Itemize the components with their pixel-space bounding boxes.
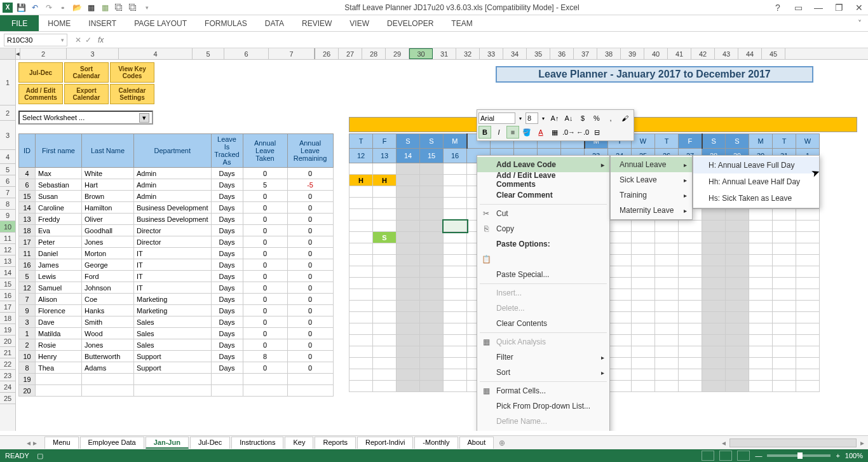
day-cell[interactable] [702, 266, 726, 278]
view-key-codes-button[interactable]: View Key Codes [110, 62, 154, 83]
day-cell[interactable] [349, 346, 373, 358]
day-cell[interactable] [773, 266, 796, 278]
day-cell[interactable] [726, 209, 749, 221]
borders-icon[interactable]: ▦ [548, 126, 561, 139]
day-cell[interactable] [608, 266, 632, 278]
size-dropdown-icon[interactable]: ▾ [539, 112, 547, 125]
day-cell[interactable] [397, 266, 420, 278]
col-header[interactable]: 30 [409, 48, 433, 59]
day-cell[interactable] [608, 278, 632, 289]
col-header[interactable]: 45 [762, 48, 785, 59]
day-cell[interactable] [444, 346, 467, 358]
macro-record-icon[interactable]: ▢ [37, 452, 43, 460]
row-header[interactable]: 16 [0, 290, 15, 301]
day-cell[interactable] [397, 369, 420, 381]
day-cell[interactable] [397, 381, 420, 392]
day-cell[interactable] [773, 255, 796, 266]
tab-data[interactable]: DATA [256, 15, 293, 31]
day-cell[interactable] [632, 369, 655, 381]
sheet-tab[interactable]: Jul-Dec [190, 437, 230, 449]
day-cell[interactable] [444, 301, 467, 312]
day-cell[interactable] [444, 232, 467, 243]
row-header[interactable]: 25 [0, 393, 15, 404]
font-size-input[interactable] [526, 112, 538, 124]
day-cell[interactable] [773, 301, 796, 312]
row-header[interactable]: 14 [0, 267, 15, 278]
decrease-font-icon[interactable]: A↓ [562, 112, 575, 125]
day-cell[interactable] [632, 323, 655, 335]
day-cell[interactable] [702, 335, 726, 346]
calendar-settings-button[interactable]: Calendar Settings [110, 84, 154, 104]
row-header[interactable]: 12 [0, 244, 15, 255]
day-cell[interactable] [444, 312, 467, 323]
day-cell[interactable] [726, 381, 749, 392]
day-cell[interactable] [702, 301, 726, 312]
ribbon-collapse-icon[interactable]: ˅ [851, 15, 868, 31]
row-header[interactable]: 8 [0, 198, 15, 210]
day-cell[interactable] [749, 369, 773, 381]
day-cell[interactable] [749, 312, 773, 323]
day-cell[interactable] [749, 255, 773, 266]
help-icon[interactable]: ? [771, 2, 784, 13]
decrease-decimal-icon[interactable]: ←.0 [576, 126, 589, 139]
day-cell[interactable] [655, 381, 679, 392]
day-cell[interactable] [349, 301, 373, 312]
context-menu-item[interactable]: Pick From Drop-down List... [477, 398, 609, 414]
italic-button[interactable]: I [492, 126, 505, 139]
name-box[interactable]: R10C30 ▾ [4, 34, 67, 46]
context-menu-item[interactable]: Clear Comment [477, 187, 609, 203]
day-cell[interactable] [349, 255, 373, 266]
col-header[interactable]: 37 [574, 48, 597, 59]
day-cell[interactable] [679, 312, 702, 323]
day-cell[interactable] [796, 232, 820, 243]
day-cell[interactable] [632, 221, 655, 232]
col-header[interactable]: 2 [20, 48, 67, 59]
day-cell[interactable] [632, 335, 655, 346]
day-cell[interactable] [373, 198, 397, 209]
col-header[interactable]: 28 [362, 48, 386, 59]
row-header[interactable]: 7 [0, 187, 15, 198]
day-cell[interactable] [420, 163, 444, 175]
qat-dropdown-icon[interactable]: ▾ [141, 2, 153, 13]
leave-option-item[interactable]: Hs: Sick Taken as Leave [693, 190, 819, 207]
day-cell[interactable] [655, 221, 679, 232]
sheet-tab[interactable]: -Monthly [414, 437, 458, 449]
row-header[interactable]: 13 [0, 255, 15, 267]
qat-icon-3[interactable]: ⿻ [113, 2, 125, 13]
day-cell[interactable] [608, 232, 632, 243]
day-cell[interactable] [373, 255, 397, 266]
jul-dec-button[interactable]: Jul-Dec [18, 62, 63, 83]
open-icon[interactable]: 📂 [71, 2, 83, 13]
day-cell[interactable] [444, 198, 467, 209]
submenu-item[interactable]: Sick Leave▸ [611, 172, 692, 187]
day-cell[interactable] [796, 243, 820, 255]
qat-icon-1[interactable]: ▦ [85, 2, 97, 13]
day-cell[interactable] [444, 243, 467, 255]
day-cell[interactable] [373, 266, 397, 278]
day-cell[interactable] [397, 346, 420, 358]
day-cell[interactable] [655, 323, 679, 335]
context-menu-item[interactable]: Sort▸ [477, 365, 609, 380]
day-cell[interactable] [420, 381, 444, 392]
day-cell[interactable] [420, 198, 444, 209]
day-cell[interactable] [397, 278, 420, 289]
context-menu-item[interactable]: ✂Cut [477, 206, 609, 221]
day-cell[interactable] [373, 278, 397, 289]
row-header[interactable]: 10 [0, 221, 15, 233]
day-cell[interactable] [726, 289, 749, 301]
col-header[interactable]: 33 [480, 48, 503, 59]
day-cell[interactable] [397, 175, 420, 186]
day-cell[interactable] [373, 346, 397, 358]
sheet-tab[interactable]: Jan-Jun [146, 437, 189, 449]
day-cell[interactable] [632, 381, 655, 392]
bold-button[interactable]: B [478, 126, 491, 139]
font-color-icon[interactable]: A [534, 126, 547, 139]
day-cell[interactable] [679, 301, 702, 312]
day-cell[interactable] [397, 232, 420, 243]
day-cell[interactable] [702, 358, 726, 369]
day-cell[interactable] [373, 186, 397, 198]
day-cell[interactable] [397, 289, 420, 301]
increase-decimal-icon[interactable]: .0→ [562, 126, 575, 139]
day-cell[interactable] [444, 323, 467, 335]
day-cell[interactable] [702, 381, 726, 392]
